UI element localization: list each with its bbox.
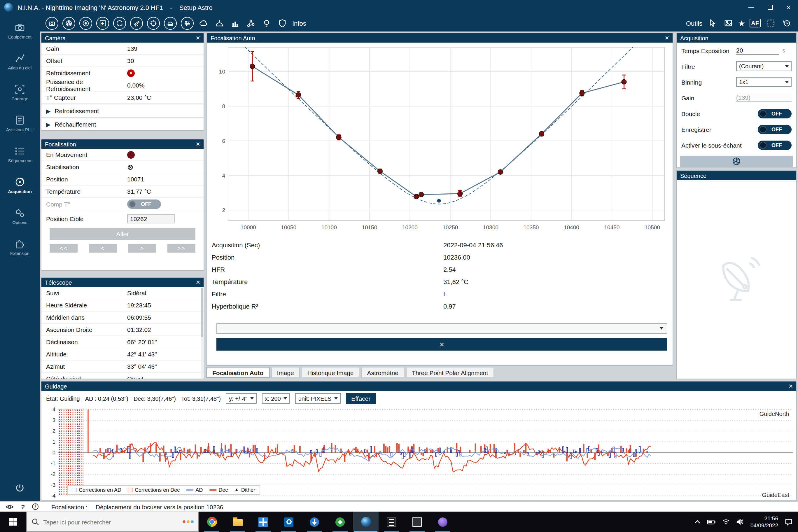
start-exposure-button[interactable] xyxy=(680,156,793,167)
sidebar-item-options[interactable]: Options xyxy=(0,202,40,231)
focuser-icon[interactable] xyxy=(79,17,92,30)
telescope-row: Côté du piedOuest xyxy=(41,373,204,379)
tool-autofocus-icon[interactable]: AF xyxy=(749,19,761,27)
tab-historique-image[interactable]: Historique Image xyxy=(302,367,360,378)
binning-select[interactable]: 1x1 xyxy=(736,77,792,87)
maximize-button[interactable] xyxy=(761,0,779,15)
chevron-down-icon xyxy=(250,397,254,400)
power-button[interactable] xyxy=(0,482,40,494)
y-scale-select[interactable]: y: +/-4" xyxy=(226,393,256,404)
taskbar-app-green[interactable] xyxy=(327,512,353,532)
search-input[interactable] xyxy=(43,518,178,525)
camera-close-icon[interactable]: × xyxy=(196,34,200,41)
telescope-icon[interactable] xyxy=(130,17,143,30)
minimize-button[interactable] xyxy=(742,0,761,15)
focuser-step-forward-button[interactable]: > xyxy=(128,244,156,252)
framing-icon[interactable] xyxy=(96,17,109,30)
taskbar-app-download[interactable] xyxy=(302,512,327,532)
tab-image[interactable]: Image xyxy=(271,367,300,378)
tab-focalisation-auto[interactable]: Focalisation Auto xyxy=(207,367,269,378)
guider-close-icon[interactable]: × xyxy=(788,383,793,390)
weather-icon[interactable] xyxy=(198,17,209,29)
start-button[interactable] xyxy=(0,512,26,532)
action-center-icon[interactable] xyxy=(784,518,793,526)
dome-icon[interactable] xyxy=(164,17,177,30)
taskbar-app-window[interactable] xyxy=(404,512,430,532)
eye-icon[interactable] xyxy=(5,503,14,510)
taskbar-app-grid[interactable] xyxy=(250,512,276,532)
taskbar-app-nina[interactable] xyxy=(353,512,379,532)
filter-select[interactable]: (Courant) xyxy=(736,61,792,71)
taskbar-app-e[interactable] xyxy=(379,512,404,532)
sidebar-item-acquisition[interactable]: Acquisition xyxy=(0,171,40,200)
focuser-step-forward-large-button[interactable]: >> xyxy=(167,244,195,252)
help-icon[interactable]: ? xyxy=(21,503,25,510)
tool-image-icon[interactable] xyxy=(722,17,734,29)
speaker-icon[interactable] xyxy=(737,518,744,525)
taskbar-app-explorer[interactable] xyxy=(225,512,250,532)
taskbar-clock[interactable]: 21:56 04/09/2022 xyxy=(750,515,778,529)
sidebar-item-equipement[interactable]: Équipement xyxy=(0,16,40,45)
move-focuser-button[interactable]: Aller xyxy=(50,228,195,240)
tool-frame-icon[interactable] xyxy=(765,17,776,29)
battery-icon[interactable] xyxy=(707,519,716,525)
taskbar-app-outlook[interactable] xyxy=(276,512,302,532)
filter-wheel-icon[interactable] xyxy=(62,17,75,30)
taskbar-app-chrome[interactable] xyxy=(199,512,225,532)
network-icon[interactable] xyxy=(722,518,730,525)
save-toggle[interactable]: OFF xyxy=(758,125,792,134)
flat-panel-icon[interactable] xyxy=(213,17,225,29)
tab-astrometrie[interactable]: Astrométrie xyxy=(361,367,404,378)
exposure-input[interactable] xyxy=(736,46,779,55)
autofocus-cancel-button[interactable]: × xyxy=(216,338,667,350)
target-position-input[interactable] xyxy=(127,214,175,223)
sidebar-item-assistant-plu[interactable]: Assistant PLU xyxy=(0,109,40,138)
legend-corr-ra-swatch xyxy=(72,488,76,492)
tray-chevron-icon[interactable] xyxy=(695,519,701,524)
chart-icon[interactable] xyxy=(229,17,241,29)
focuser-step-back-large-button[interactable]: << xyxy=(50,244,78,252)
temp-comp-toggle[interactable]: OFF xyxy=(127,200,161,209)
unit-select[interactable]: unit: PIXELS xyxy=(296,393,341,404)
tool-history-icon[interactable] xyxy=(780,17,792,29)
camera-icon[interactable] xyxy=(45,17,58,30)
taskbar-search[interactable] xyxy=(26,512,199,532)
clear-guider-graph-button[interactable]: Effacer xyxy=(346,393,376,404)
sidebar-item-cadrage[interactable]: Cadrage xyxy=(0,78,40,107)
close-button[interactable]: × xyxy=(779,0,798,15)
clock-date: 04/09/2022 xyxy=(750,522,778,529)
sidebar-item-atlas[interactable]: Atlas du ciel xyxy=(0,47,40,76)
tool-hand-icon[interactable] xyxy=(706,17,718,29)
connections-icon[interactable] xyxy=(245,17,256,29)
info-icon[interactable]: i xyxy=(32,504,38,510)
cooling-expander[interactable]: ▶Refroidissement xyxy=(41,104,204,117)
telescope-scrollbar[interactable] xyxy=(201,288,203,378)
shield-infos-icon[interactable] xyxy=(277,17,288,29)
guider-icon[interactable] xyxy=(147,17,160,30)
autofocus-close-icon[interactable]: × xyxy=(665,34,669,41)
clock-time: 21:56 xyxy=(750,515,778,522)
telescope-close-icon[interactable]: × xyxy=(196,279,200,286)
rotator-icon[interactable] xyxy=(113,17,126,30)
guider-legend: Corrections en AD Corrections en Dec AD … xyxy=(67,485,260,495)
loop-toggle[interactable]: OFF xyxy=(758,109,792,118)
infos-label[interactable]: Infos xyxy=(292,20,306,26)
svg-text:10250: 10250 xyxy=(442,224,458,230)
subsample-toggle[interactable]: OFF xyxy=(758,140,792,150)
focuser-close-icon[interactable]: × xyxy=(196,140,200,148)
switch-icon[interactable] xyxy=(181,17,194,30)
gain-input[interactable] xyxy=(736,93,792,102)
lightbulb-icon[interactable] xyxy=(261,17,272,29)
windows-taskbar: 21:56 04/09/2022 xyxy=(0,512,798,532)
taskbar-app-purple[interactable] xyxy=(430,512,456,532)
guide-north-label: GuideNorth xyxy=(760,411,789,417)
autofocus-dropdown[interactable] xyxy=(216,323,667,334)
sidebar-item-sequenceur[interactable]: Séquenceur xyxy=(0,140,40,169)
focuser-step-back-button[interactable]: < xyxy=(89,244,117,252)
warming-expander[interactable]: ▶Réchauffement xyxy=(41,117,204,131)
sidebar-item-extension[interactable]: Extension xyxy=(0,233,40,262)
svg-text:3: 3 xyxy=(53,417,55,423)
tool-star-icon[interactable]: ★ xyxy=(738,19,745,27)
x-scale-select[interactable]: x: 200 xyxy=(262,393,290,404)
tab-three-point-polar-alignment[interactable]: Three Point Polar Alignment xyxy=(406,367,494,378)
